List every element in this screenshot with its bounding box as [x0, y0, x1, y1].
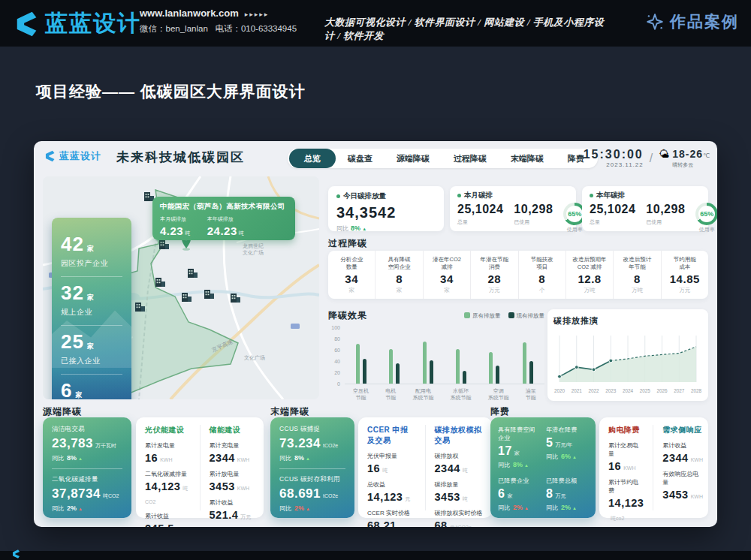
metric-value: 6	[498, 487, 505, 500]
bar-原有排放量[interactable]	[523, 342, 526, 384]
bar-原有排放量[interactable]	[356, 344, 360, 384]
metric-value-row: 68.691tCO2e	[279, 486, 345, 501]
stat-unit: 家	[87, 342, 95, 350]
portfolio-link[interactable]: 作品案例	[645, 11, 739, 32]
tab-过程降碳[interactable]: 过程降碳	[442, 150, 499, 167]
metric-unit: 吨	[463, 496, 468, 501]
bar-现有排放量[interactable]	[363, 359, 366, 384]
metric-unit: 家	[507, 493, 512, 498]
tab-总览[interactable]: 总览	[289, 149, 336, 168]
lanlan-logo-icon	[11, 9, 41, 39]
column-title: CCER 申报及交易	[367, 425, 416, 446]
metric-value: 68	[435, 519, 448, 527]
white-metric: 累计放电量3453KWH	[210, 470, 255, 493]
metric-value: 3453	[662, 489, 688, 501]
map-label: 龙腾世纪	[243, 243, 264, 248]
white-metric: 累计节约电费14,123吨co2	[608, 478, 644, 523]
metric-value: 8	[546, 487, 553, 500]
site-header: 蓝蓝设计 www.lanlanwork.com▸▸▸▸▸ 微信：ben_lanl…	[0, 0, 751, 47]
trend-up-icon: ▲	[572, 455, 577, 459]
bar-现有排放量[interactable]	[430, 360, 433, 384]
metric-value: 16	[145, 452, 158, 464]
compare-pct: 8%	[513, 461, 523, 468]
bar-group	[456, 349, 466, 384]
projection-canvas: 202020212022202320242025202620272028	[553, 327, 702, 400]
svg-text:2021: 2021	[572, 388, 583, 393]
stat-label: 园区投产企业	[61, 258, 122, 269]
metric-unit: 个	[520, 287, 564, 294]
bar-现有排放量[interactable]	[529, 361, 533, 384]
metric-value-row: 68.21元/tCO2e	[367, 519, 416, 527]
metric-value: 34	[425, 272, 469, 285]
white-metric: 总收益14,123元	[367, 480, 416, 504]
metric-value: 3453	[210, 480, 235, 492]
dashboard-logo: 蓝蓝设计	[43, 149, 101, 163]
metric-label: 已降费总额	[546, 477, 588, 485]
bar-现有排放量[interactable]	[396, 363, 400, 384]
metric-label: 改造后预期年CO2 减排	[568, 256, 611, 271]
cost-reduction-green-card: 具有降费空间企业17家同比8%▲年潜在降费5万元/年同比6%▲已降费企业6家同比…	[490, 417, 596, 518]
white-metric: 碳排放量3453吨	[435, 480, 484, 504]
bar-原有排放量[interactable]	[456, 349, 460, 384]
portfolio-star-icon	[645, 12, 665, 32]
metric-value: 14,123	[145, 480, 180, 492]
tooltip-year-label: 本年碳排放	[207, 215, 245, 223]
dashboard-screenshot: 蓝蓝设计 未来科技城低碳园区 总览碳盘查源端降碳过程降碳末端降碳降费 15:30…	[34, 141, 717, 527]
bar-原有排放量[interactable]	[389, 349, 393, 384]
svg-text:2023: 2023	[605, 388, 617, 393]
metric-label: 碳排放权	[435, 452, 484, 460]
metric-label: 已降费企业	[498, 477, 540, 485]
metric-value: 3453	[435, 491, 460, 503]
tab-碳盘查[interactable]: 碳盘查	[336, 150, 385, 167]
metric-unit: 元/tCO2e	[450, 525, 472, 527]
metric-label: CCUS 碳捕捉	[279, 425, 345, 434]
tab-末端降碳[interactable]: 末端降碳	[499, 150, 556, 167]
svg-text:2028: 2028	[691, 388, 702, 393]
metric-label: 清洁电交易	[52, 425, 122, 434]
used-metric: 10,298已使用	[514, 203, 553, 226]
stat-label: 规上企业	[61, 307, 122, 318]
category-label: 空调系统节能	[488, 387, 509, 402]
metric-unit: KWH	[691, 494, 703, 499]
site-logo: 蓝蓝设计	[11, 8, 141, 39]
trend-up-icon: ▲	[78, 507, 83, 511]
green-metric: 年潜在降费5万元/年同比6%▲	[546, 422, 588, 473]
metric-value: 14,123	[608, 497, 644, 509]
metric-value: 73.234	[279, 436, 321, 450]
site-brand: 蓝蓝设计	[45, 8, 141, 39]
metric-value-row: 14,123吨co2	[608, 496, 644, 523]
metric-label: 潜在年CO2减排	[425, 256, 469, 271]
stat-value: 6家	[61, 381, 122, 399]
compare-pct: 8%	[294, 454, 304, 462]
stat-value: 25家	[61, 332, 122, 351]
bar-groups	[345, 328, 544, 384]
bar-原有排放量[interactable]	[423, 342, 427, 384]
bar-现有排放量[interactable]	[463, 371, 466, 384]
metric-value-row: 68元/tCO2e	[435, 519, 484, 527]
process-metric: 改造后预期年CO2 减排12.8万吨	[566, 251, 613, 299]
section-title-cost: 降费	[490, 405, 510, 418]
park-map[interactable]: 龙腾世纪 文化广场 京平高速 文化广场 中能国宏（葫芦岛）高新技术有限公司 本月…	[43, 176, 319, 399]
clock-date: 2023.11.22	[584, 161, 644, 168]
white-card-column: 光伏能建设累计发电量16KWH二氧化碳减排量14,123吨CO2累计收益245.…	[136, 425, 200, 510]
white-metric: 碳排放权2344吨	[435, 452, 484, 475]
today-emission-value: 34,3542	[336, 204, 436, 221]
metric-value: 5	[546, 436, 553, 449]
column-title: 碳排放权模拟交易	[435, 425, 484, 446]
metric-value: 34	[330, 272, 373, 285]
white-metric: 累计发电量16KWH	[145, 441, 191, 465]
arrow-icons: ▸▸▸▸▸	[245, 11, 270, 18]
white-metric: 累计充电量2344KWH	[210, 441, 255, 465]
status-dot-icon	[590, 194, 593, 197]
bar-原有排放量[interactable]	[489, 352, 493, 384]
bar-现有排放量[interactable]	[496, 366, 499, 384]
metric-label: 累计充电量	[210, 441, 255, 450]
tab-源端降碳[interactable]: 源端降碳	[385, 150, 442, 167]
y-tick: 60	[328, 348, 340, 353]
chart-legend: 原有排放量现有排放量	[464, 312, 544, 320]
total-metric: 25,1024总量	[457, 203, 503, 226]
column-title: 购电降费	[608, 425, 644, 435]
metric-label: 碳排放权实时价格	[435, 509, 484, 517]
metric-value-row: 6家	[498, 487, 540, 501]
metric-value: 2344	[210, 452, 235, 464]
